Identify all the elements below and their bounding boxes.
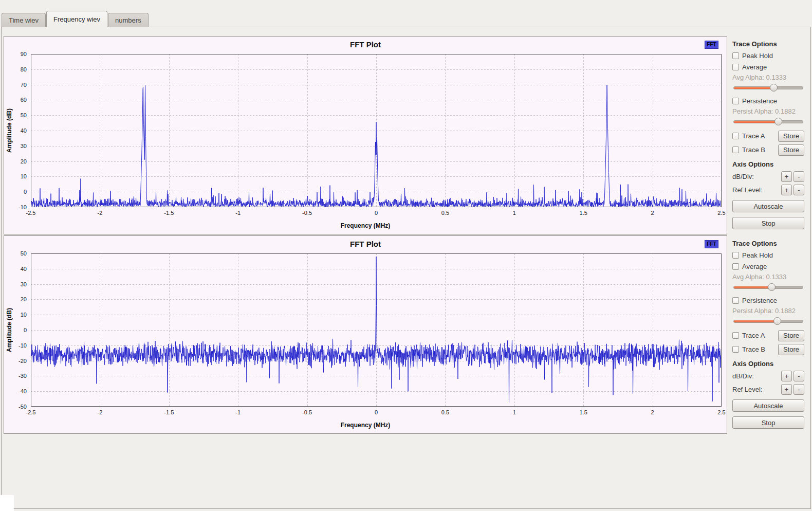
trace-a-label: Trace A — [742, 332, 765, 339]
trace-a-checkbox[interactable]: Trace A — [732, 331, 765, 340]
slider-handle[interactable] — [773, 317, 781, 325]
avg-alpha-slider[interactable] — [733, 283, 803, 291]
plot-title: FFT Plot — [4, 240, 727, 248]
trace-a-store-button[interactable]: Store — [778, 330, 804, 341]
persist-alpha-slider[interactable] — [733, 118, 803, 125]
slider-track[interactable] — [733, 120, 803, 123]
stop-button[interactable]: Stop — [732, 416, 804, 429]
fft-legend-badge[interactable]: FFT — [705, 41, 718, 49]
x-tick-label: 2.5 — [717, 210, 725, 216]
trace-b-checkbox[interactable]: Trace B — [732, 145, 765, 155]
control-sidebar-2: Trace Options Peak Hold Average Avg Alph… — [727, 235, 808, 434]
y-tick-label: 10 — [21, 312, 27, 318]
tab-label: numbers — [115, 16, 141, 24]
fft-legend-badge[interactable]: FFT — [705, 240, 718, 248]
ref-level-row: Ref Level: + - — [732, 185, 804, 195]
tab-frequency-view[interactable]: Frequency wiev — [46, 11, 107, 27]
y-axis-ticks: 50403020100-10-20-30-40-50 — [11, 253, 29, 407]
average-label: Average — [742, 263, 767, 270]
ref-level-label: Ref Level: — [732, 386, 780, 393]
average-checkbox[interactable]: Average — [732, 262, 804, 271]
checkbox-icon[interactable] — [732, 297, 739, 304]
ref-level-decrease-button[interactable]: - — [793, 185, 804, 195]
trace-a-row: Trace A Store — [732, 130, 804, 142]
avg-alpha-slider[interactable] — [733, 84, 803, 92]
ref-level-decrease-button[interactable]: - — [793, 384, 804, 395]
x-tick-label: 0.5 — [441, 409, 449, 415]
plot-area — [31, 253, 722, 407]
db-div-label: dB/Div: — [732, 173, 780, 180]
trace-a-store-button[interactable]: Store — [778, 131, 804, 142]
db-div-increase-button[interactable]: + — [781, 371, 792, 381]
persistence-label: Persistence — [742, 297, 777, 304]
autoscale-button[interactable]: Autoscale — [732, 200, 804, 212]
autoscale-button[interactable]: Autoscale — [732, 399, 804, 412]
window-artifact — [0, 495, 14, 511]
fft-canvas[interactable] — [31, 253, 722, 407]
y-tick-label: -10 — [19, 342, 27, 349]
peak-hold-checkbox[interactable]: Peak Hold — [732, 250, 804, 260]
checkbox-icon[interactable] — [732, 332, 739, 339]
checkbox-icon[interactable] — [732, 346, 739, 353]
slider-handle[interactable] — [768, 283, 776, 291]
y-tick-label: 0 — [24, 189, 27, 195]
checkbox-icon[interactable] — [732, 252, 739, 259]
y-tick-label: 40 — [21, 266, 27, 272]
fft-plot-row-1: FFT Plot FFT Amplitude (dB) 908070605040… — [4, 36, 808, 234]
persistence-checkbox[interactable]: Persistence — [732, 296, 804, 305]
slider-track[interactable] — [733, 86, 803, 89]
x-tick-label: -1 — [235, 409, 241, 415]
peak-hold-label: Peak Hold — [742, 251, 773, 259]
persistence-checkbox[interactable]: Persistence — [732, 96, 804, 105]
checkbox-icon[interactable] — [732, 133, 739, 139]
fft-plot-panel-1: FFT Plot FFT Amplitude (dB) 908070605040… — [4, 36, 727, 234]
trace-b-row: Trace B Store — [732, 144, 804, 156]
trace-a-row: Trace A Store — [732, 330, 804, 341]
slider-fill — [734, 87, 774, 89]
slider-handle[interactable] — [774, 118, 782, 125]
y-tick-label: 40 — [21, 127, 27, 134]
fft-canvas[interactable] — [31, 54, 722, 207]
db-div-decrease-button[interactable]: - — [793, 171, 804, 182]
db-div-increase-button[interactable]: + — [781, 171, 792, 182]
x-tick-label: 0 — [375, 210, 378, 216]
x-tick-label: 2 — [651, 210, 654, 216]
trace-a-checkbox[interactable]: Trace A — [732, 132, 765, 141]
tab-time-view[interactable]: Time wiev — [2, 13, 46, 27]
average-checkbox[interactable]: Average — [732, 62, 804, 71]
persist-alpha-label: Persist Alpha: 0.1882 — [732, 307, 804, 316]
stop-button[interactable]: Stop — [732, 217, 804, 229]
y-tick-label: 30 — [21, 281, 27, 287]
y-tick-label: 30 — [21, 143, 27, 149]
slider-track[interactable] — [733, 320, 803, 323]
db-div-row: dB/Div: + - — [732, 171, 804, 182]
x-tick-label: -2.5 — [26, 409, 36, 415]
ref-level-increase-button[interactable]: + — [781, 384, 792, 395]
x-tick-label: -1 — [235, 210, 241, 216]
checkbox-icon[interactable] — [732, 64, 739, 70]
x-tick-label: -0.5 — [302, 210, 312, 216]
checkbox-icon[interactable] — [732, 263, 739, 270]
plot-area — [31, 54, 722, 207]
trace-b-store-button[interactable]: Store — [778, 144, 804, 156]
checkbox-icon[interactable] — [732, 147, 739, 153]
db-div-decrease-button[interactable]: - — [793, 371, 804, 381]
tab-label: Frequency wiev — [53, 15, 100, 23]
x-tick-label: 1 — [513, 210, 516, 216]
checkbox-icon[interactable] — [732, 98, 739, 104]
tab-numbers[interactable]: numbers — [108, 13, 149, 27]
checkbox-icon[interactable] — [732, 52, 739, 59]
ref-level-increase-button[interactable]: + — [781, 185, 792, 195]
persist-alpha-slider[interactable] — [733, 317, 803, 325]
trace-b-store-button[interactable]: Store — [778, 344, 804, 355]
y-tick-label: 10 — [21, 173, 27, 179]
axis-options-heading: Axis Options — [732, 360, 804, 368]
slider-handle[interactable] — [770, 84, 778, 92]
y-axis-ticks: 9080706050403020100-10 — [11, 54, 29, 207]
peak-hold-checkbox[interactable]: Peak Hold — [732, 51, 804, 60]
trace-b-checkbox[interactable]: Trace B — [732, 345, 765, 354]
x-tick-label: 1.5 — [580, 210, 587, 216]
x-axis-ticks: -2.5-2-1.5-1-0.500.511.522.5 — [31, 210, 722, 217]
x-tick-label: -1.5 — [164, 210, 174, 216]
y-tick-label: 0 — [24, 327, 27, 333]
